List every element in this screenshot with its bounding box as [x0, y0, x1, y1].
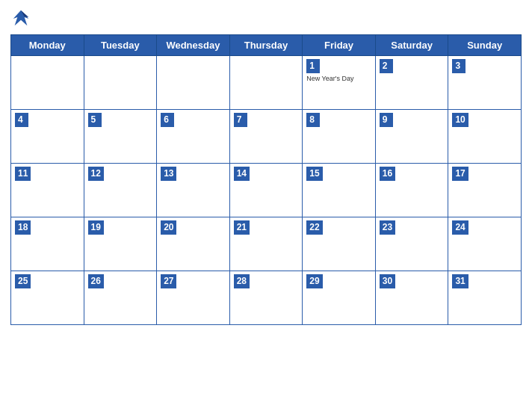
calendar-cell: 17 [448, 164, 522, 217]
calendar-cell: 29 [303, 271, 376, 325]
day-header-monday: Monday [11, 35, 84, 56]
day-number: 1 [306, 59, 320, 73]
day-number: 6 [161, 113, 174, 127]
day-number: 8 [306, 113, 320, 127]
day-number: 29 [306, 274, 322, 288]
day-header-thursday: Thursday [229, 35, 303, 56]
calendar-cell: 25 [11, 271, 84, 325]
day-number: 17 [452, 167, 468, 181]
calendar-cell: 5 [84, 110, 157, 164]
day-number: 23 [380, 220, 395, 235]
calendar-cell: 2 [375, 56, 448, 110]
calendar-cell: 11 [11, 164, 84, 217]
day-number: 26 [88, 274, 104, 288]
day-number: 16 [380, 167, 395, 181]
calendar-cell: 23 [375, 217, 448, 271]
week-row-2: 45678910 [11, 110, 522, 164]
calendar-cell: 13 [157, 164, 230, 217]
day-number: 30 [380, 274, 395, 288]
day-header-wednesday: Wednesday [157, 35, 230, 56]
holiday-label: New Year's Day [306, 75, 371, 83]
logo-bird-icon [10, 7, 31, 28]
day-number: 10 [452, 113, 468, 127]
day-header-sunday: Sunday [448, 35, 522, 56]
calendar-cell [157, 56, 230, 110]
day-number: 4 [15, 113, 28, 127]
logo [10, 7, 34, 28]
calendar-cell: 24 [448, 217, 522, 271]
calendar-cell: 12 [84, 164, 157, 217]
calendar-cell [229, 56, 303, 110]
calendar-cell: 3 [448, 56, 522, 110]
calendar-cell: 1New Year's Day [303, 56, 376, 110]
day-number: 18 [15, 220, 31, 235]
day-number: 22 [306, 220, 322, 235]
day-number: 31 [452, 274, 468, 288]
day-headers-row: MondayTuesdayWednesdayThursdayFridaySatu… [11, 35, 522, 56]
header [10, 7, 522, 28]
calendar-cell: 22 [303, 217, 376, 271]
day-number: 28 [234, 274, 250, 288]
calendar-cell: 21 [229, 217, 303, 271]
calendar-cell: 4 [11, 110, 84, 164]
day-number: 5 [88, 113, 102, 127]
calendar-cell: 31 [448, 271, 522, 325]
calendar-cell: 9 [375, 110, 448, 164]
day-number: 7 [234, 113, 247, 127]
day-number: 21 [234, 220, 250, 235]
day-number: 27 [161, 274, 176, 288]
calendar-cell: 15 [303, 164, 376, 217]
day-number: 11 [15, 167, 31, 181]
calendar-cell: 26 [84, 271, 157, 325]
calendar-cell: 6 [157, 110, 230, 164]
calendar-cell: 28 [229, 271, 303, 325]
calendar-cell [84, 56, 157, 110]
day-number: 12 [88, 167, 104, 181]
day-number: 13 [161, 167, 176, 181]
day-number: 9 [380, 113, 393, 127]
day-header-friday: Friday [303, 35, 376, 56]
day-number: 24 [452, 220, 468, 235]
day-header-tuesday: Tuesday [84, 35, 157, 56]
day-number: 15 [306, 167, 322, 181]
calendar-cell: 16 [375, 164, 448, 217]
calendar-cell: 27 [157, 271, 230, 325]
day-number: 14 [234, 167, 250, 181]
day-header-saturday: Saturday [375, 35, 448, 56]
calendar-cell: 20 [157, 217, 230, 271]
calendar-cell: 18 [11, 217, 84, 271]
week-row-3: 11121314151617 [11, 164, 522, 217]
day-number: 20 [161, 220, 176, 235]
page: MondayTuesdayWednesdayThursdayFridaySatu… [0, 0, 532, 411]
day-number: 2 [380, 59, 393, 73]
calendar-cell: 10 [448, 110, 522, 164]
day-number: 3 [452, 59, 466, 73]
calendar-cell: 30 [375, 271, 448, 325]
svg-marker-0 [13, 10, 29, 26]
calendar-cell [11, 56, 84, 110]
calendar-table: MondayTuesdayWednesdayThursdayFridaySatu… [10, 34, 522, 325]
calendar-cell: 8 [303, 110, 376, 164]
week-row-5: 25262728293031 [11, 271, 522, 325]
day-number: 19 [88, 220, 104, 235]
calendar-cell: 7 [229, 110, 303, 164]
week-row-1: 1New Year's Day23 [11, 56, 522, 110]
calendar-cell: 14 [229, 164, 303, 217]
day-number: 25 [15, 274, 31, 288]
calendar-cell: 19 [84, 217, 157, 271]
week-row-4: 18192021222324 [11, 217, 522, 271]
